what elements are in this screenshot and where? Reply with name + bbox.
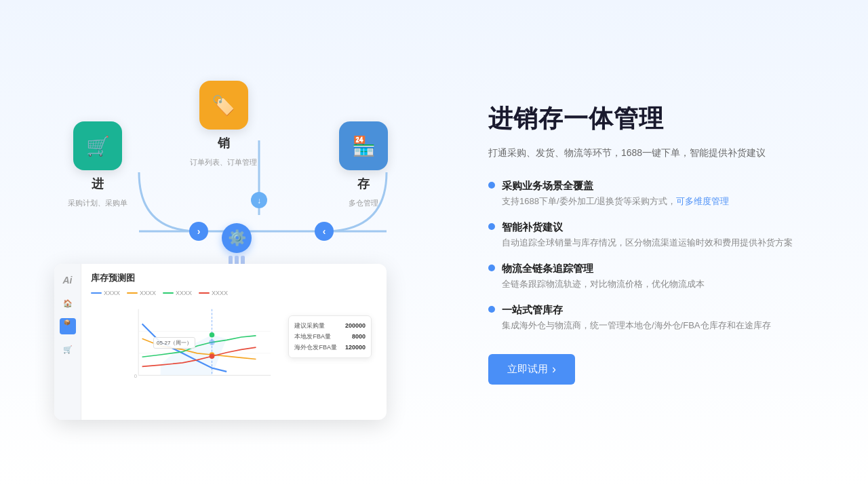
legend-item-3: XXXX xyxy=(199,290,228,296)
svg-text:↓: ↓ xyxy=(257,196,261,206)
sidebar-icon-a: Ai xyxy=(60,272,76,288)
feature-title-2: 物流全链条追踪管理 xyxy=(502,262,705,275)
chart-infobox: 建议采购量 200000 本地发FBA量 8000 海外仓发FBA量 12000… xyxy=(288,315,372,358)
right-panel: 进销存一体管理 打通采购、发货、物流等环节，1688一键下单，智能提供补货建议 … xyxy=(448,102,814,385)
feature-title-0: 采购业务场景全覆盖 xyxy=(502,180,729,193)
jin-label: 进 xyxy=(92,176,104,192)
main-description: 打通采购、发货、物流等环节，1688一键下单，智能提供补货建议 xyxy=(488,145,814,161)
jin-sublabel: 采购计划、采购单 xyxy=(68,197,127,209)
cun-sublabel: 多仓管理 xyxy=(349,197,378,209)
xiao-label: 销 xyxy=(218,135,230,151)
flow-diagram: 🛒 进 采购计划、采购单 🏷️ 销 订单列表、订单管理 🏪 存 多仓管理 xyxy=(54,67,448,230)
feature-title-1: 智能补货建议 xyxy=(502,221,793,234)
cta-button[interactable]: 立即试用 › xyxy=(488,354,575,385)
svg-point-5 xyxy=(251,192,267,208)
node-xiao: 🏷️ 销 订单列表、订单管理 xyxy=(190,81,257,168)
page-container: 🛒 进 采购计划、采购单 🏷️ 销 订单列表、订单管理 🏪 存 多仓管理 xyxy=(0,0,868,487)
page-title: 进销存一体管理 xyxy=(488,102,814,136)
left-panel: 🛒 进 采购计划、采购单 🏷️ 销 订单列表、订单管理 🏪 存 多仓管理 xyxy=(54,67,448,420)
svg-text:‹: ‹ xyxy=(323,226,326,237)
feature-desc-3: 集成海外仓与物流商，统一管理本地仓/海外仓/FBA仓库存和在途库存 xyxy=(502,319,771,333)
chart-title: 库存预测图 xyxy=(91,272,377,284)
feature-content-1: 智能补货建议 自动追踪全球销量与库存情况，区分物流渠道运输时效和费用提供补货方案 xyxy=(502,221,793,250)
jin-icon: 🛒 xyxy=(73,121,122,170)
feature-item-0: 采购业务场景全覆盖 支持1688下单/委外加工/退换货等采购方式，可多维度管理 xyxy=(488,180,814,209)
cta-label: 立即试用 xyxy=(507,363,548,376)
info-row-0: 建议采购量 200000 xyxy=(294,320,366,331)
xiao-icon: 🏷️ xyxy=(199,81,248,130)
cta-arrow-icon: › xyxy=(552,362,556,376)
feature-dot-1 xyxy=(488,223,495,230)
card-main: 库存预测图 XXXX XXXX XXXX xyxy=(81,264,387,420)
legend-item-1: XXXX xyxy=(127,290,156,296)
xiao-sublabel: 订单列表、订单管理 xyxy=(190,157,257,168)
chart-legend: XXXX XXXX XXXX XXXX xyxy=(91,290,377,296)
card-sidebar: Ai 🏠 📦 FBA 🛒 xyxy=(54,264,81,420)
feature-dot-2 xyxy=(488,265,495,271)
chart-area: 0 05-27（周一） 建议采购量 200000 本地发FBA量 8000 xyxy=(91,302,377,390)
svg-point-14 xyxy=(210,340,215,345)
feature-content-2: 物流全链条追踪管理 全链条跟踪物流轨迹，对比物流价格，优化物流成本 xyxy=(502,262,705,292)
feature-item-3: 一站式管库存 集成海外仓与物流商，统一管理本地仓/海外仓/FBA仓库存和在途库存 xyxy=(488,304,814,333)
info-row-2: 海外仓发FBA量 120000 xyxy=(294,342,366,353)
feature-item-1: 智能补货建议 自动追踪全球销量与库存情况，区分物流渠道运输时效和费用提供补货方案 xyxy=(488,221,814,250)
feature-desc-0: 支持1688下单/委外加工/退换货等采购方式，可多维度管理 xyxy=(502,195,729,209)
svg-point-13 xyxy=(210,332,215,338)
svg-text:0: 0 xyxy=(134,373,137,379)
node-jin: 🛒 进 采购计划、采购单 xyxy=(68,121,127,209)
svg-point-1 xyxy=(189,222,208,241)
gear-node: ⚙️ xyxy=(222,223,252,265)
cun-label: 存 xyxy=(357,176,370,192)
feature-desc-2: 全链条跟踪物流轨迹，对比物流价格，优化物流成本 xyxy=(502,277,705,292)
feature-item-2: 物流全链条追踪管理 全链条跟踪物流轨迹，对比物流价格，优化物流成本 xyxy=(488,262,814,292)
feature-list: 采购业务场景全覆盖 支持1688下单/委外加工/退换货等采购方式，可多维度管理 … xyxy=(488,180,814,332)
svg-text:›: › xyxy=(197,226,201,237)
gear-icon: ⚙️ xyxy=(222,223,252,253)
feature-dot-0 xyxy=(488,182,495,189)
legend-item-2: XXXX xyxy=(163,290,192,296)
cun-icon: 🏪 xyxy=(339,121,388,170)
sidebar-icon-home: 🏠 xyxy=(60,295,76,311)
feature-content-0: 采购业务场景全覆盖 支持1688下单/委外加工/退换货等采购方式，可多维度管理 xyxy=(502,180,729,209)
feature-content-3: 一站式管库存 集成海外仓与物流商，统一管理本地仓/海外仓/FBA仓库存和在途库存 xyxy=(502,304,771,333)
feature-dot-3 xyxy=(488,306,495,313)
node-cun: 🏪 存 多仓管理 xyxy=(339,121,388,209)
legend-item-0: XXXX xyxy=(91,290,120,296)
screenshot-card: Ai 🏠 📦 FBA 🛒 库存预测图 XXXX xyxy=(54,264,387,420)
date-label: 05-27（周一） xyxy=(153,337,195,349)
sidebar-icon-fba[interactable]: 📦 FBA xyxy=(60,318,76,334)
svg-point-16 xyxy=(210,353,215,359)
info-row-1: 本地发FBA量 8000 xyxy=(294,331,366,342)
sidebar-icon-cart: 🛒 xyxy=(60,341,76,357)
svg-point-3 xyxy=(315,222,334,241)
feature-title-3: 一站式管库存 xyxy=(502,304,771,317)
feature-desc-1: 自动追踪全球销量与库存情况，区分物流渠道运输时效和费用提供补货方案 xyxy=(502,236,793,250)
